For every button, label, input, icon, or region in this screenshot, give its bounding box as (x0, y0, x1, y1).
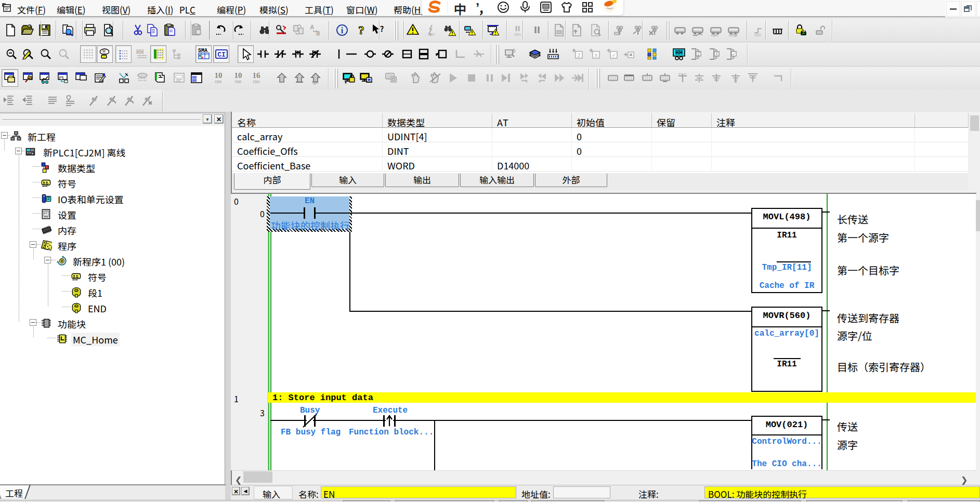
svg-text:X: X (594, 52, 598, 59)
svg-text:ron: ron (253, 78, 260, 84)
svg-text:✓: ✓ (611, 52, 616, 59)
svg-text:W: W (102, 48, 106, 54)
svg-text:A: A (310, 23, 314, 31)
svg-text:rgn: rgn (312, 79, 319, 85)
svg-text:ron: ron (711, 32, 718, 37)
svg-text:✓: ✓ (732, 50, 736, 57)
svg-text:ron: ron (215, 78, 222, 84)
svg-text:CI: CI (217, 51, 226, 59)
svg-text:B: B (316, 29, 320, 37)
svg-text:ron: ron (754, 32, 761, 37)
svg-text:β: β (513, 47, 515, 54)
svg-text:i: i (341, 26, 344, 35)
svg-text:HH: HH (136, 49, 143, 56)
svg-text:002: 002 (193, 78, 198, 82)
svg-text:ron: ron (428, 31, 435, 37)
svg-text:?: ? (358, 23, 364, 37)
svg-text:X: X (715, 50, 718, 57)
svg-text:Z: Z (577, 52, 581, 59)
svg-text:Z: Z (697, 50, 700, 57)
svg-text:?: ? (380, 23, 384, 34)
svg-text:HH: HH (675, 49, 683, 57)
svg-text:ron: ron (514, 31, 521, 37)
svg-text:chip: chip (729, 32, 737, 37)
svg-text:ron: ron (235, 78, 242, 84)
